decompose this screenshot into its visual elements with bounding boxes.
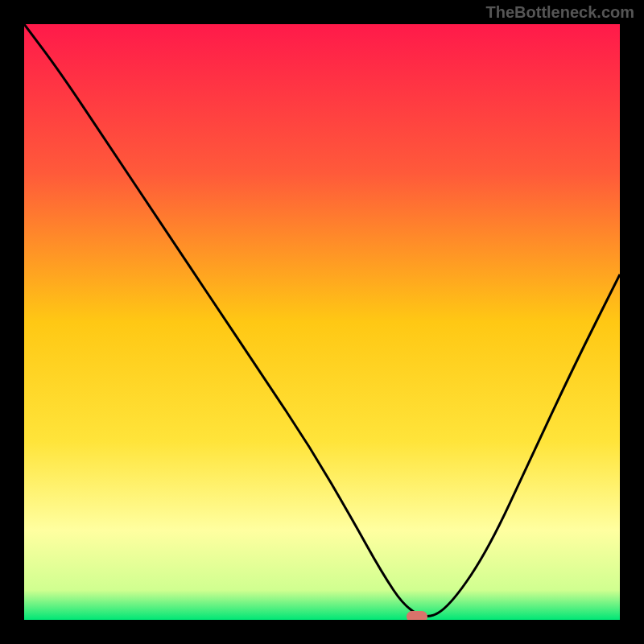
watermark-text: TheBottleneck.com: [486, 3, 634, 22]
bottleneck-curve: [24, 24, 620, 620]
optimal-marker: [407, 611, 427, 620]
plot-area: [24, 24, 620, 620]
